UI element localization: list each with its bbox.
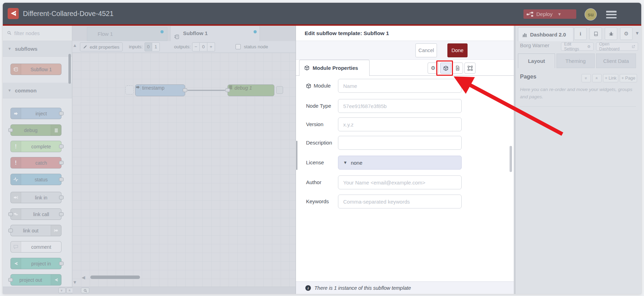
node-output-port[interactable] bbox=[59, 212, 64, 216]
cancel-button[interactable]: Cancel bbox=[415, 43, 437, 57]
version-field-row: Version bbox=[296, 117, 514, 131]
tab-module-properties[interactable]: Module Properties bbox=[299, 60, 370, 76]
deploy-button[interactable]: Deploy ▼ bbox=[523, 9, 576, 19]
node-output-port[interactable] bbox=[59, 178, 64, 181]
node-output-port[interactable] bbox=[59, 161, 64, 165]
palette-scrollbar[interactable] bbox=[68, 54, 71, 84]
gear-icon: ⚙ bbox=[624, 31, 628, 37]
palette-node-link-out[interactable]: link out bbox=[10, 225, 61, 236]
main-area: filter nodes ▼ subflows Subflow 1 ▼ comm… bbox=[3, 26, 641, 294]
search-icon bbox=[7, 30, 11, 36]
external-link-icon bbox=[631, 45, 635, 49]
chevron-down-icon: ▼ bbox=[8, 88, 11, 92]
keywords-field-row: Keywords bbox=[296, 195, 514, 208]
tab-theming[interactable]: Theming bbox=[556, 54, 595, 68]
palette-node-status[interactable]: status bbox=[10, 174, 61, 185]
info-tab-button[interactable]: i bbox=[574, 27, 587, 40]
edit-settings-button[interactable]: Edit Settings ⚙ bbox=[561, 42, 594, 51]
palette-node-inject[interactable]: inject bbox=[10, 108, 61, 119]
palette-node-catch[interactable]: ! catch bbox=[10, 157, 61, 168]
palette-category-subflows[interactable]: ▼ subflows bbox=[3, 41, 72, 57]
node-palette: filter nodes ▼ subflows Subflow 1 ▼ comm… bbox=[3, 26, 72, 294]
palette-category-common[interactable]: ▼ common bbox=[3, 83, 72, 98]
add-link-button[interactable]: + Link bbox=[603, 74, 618, 82]
palette-node-link-call[interactable]: link call bbox=[10, 208, 61, 220]
tab-layout[interactable]: Layout bbox=[518, 54, 555, 68]
inject-trigger-button[interactable] bbox=[125, 85, 134, 94]
palette-node-subflow-1[interactable]: Subflow 1 bbox=[10, 64, 61, 75]
dialog-resize-handle[interactable] bbox=[296, 141, 297, 170]
description-button[interactable] bbox=[452, 63, 463, 74]
node-input-port[interactable] bbox=[8, 128, 13, 132]
version-input[interactable] bbox=[338, 117, 462, 131]
outputs-decrease-button[interactable]: − bbox=[192, 42, 200, 51]
palette-node-debug[interactable]: debug bbox=[10, 124, 61, 136]
edit-subflow-dialog: Edit subflow template: Subflow 1 Cancel … bbox=[296, 26, 514, 294]
palette-node-complete[interactable]: ! complete bbox=[10, 141, 61, 152]
inputs-option-0[interactable]: 0 bbox=[145, 42, 152, 51]
canvas-search-button[interactable] bbox=[81, 288, 89, 293]
screen: Different-Collared-Dove-4521 Deploy ▼ su… bbox=[0, 0, 644, 296]
description-input[interactable] bbox=[338, 136, 462, 150]
collapse-all-button[interactable]: » bbox=[58, 288, 66, 293]
node-output-port[interactable] bbox=[59, 196, 64, 199]
node-input-port[interactable] bbox=[8, 212, 13, 216]
canvas-scroll-left-icon[interactable]: ◀ bbox=[82, 275, 85, 280]
palette-node-comment[interactable]: comment bbox=[10, 241, 61, 253]
node-output-port[interactable] bbox=[183, 88, 187, 92]
palette-scroll-up-icon[interactable]: ▲ bbox=[73, 43, 77, 48]
chevron-double-down-icon: « bbox=[594, 77, 599, 80]
outputs-increase-button[interactable]: + bbox=[207, 42, 215, 51]
app-logo-icon[interactable] bbox=[8, 8, 19, 19]
node-input-port[interactable] bbox=[225, 88, 230, 92]
node-output-port[interactable] bbox=[59, 112, 64, 115]
deploy-label: Deploy bbox=[536, 11, 553, 17]
appearance-button[interactable] bbox=[464, 63, 476, 74]
dialog-scrollbar[interactable] bbox=[510, 146, 512, 172]
palette-filter-input[interactable]: filter nodes bbox=[3, 26, 72, 41]
status-node-label: status node bbox=[244, 42, 268, 51]
palette-node-project-out[interactable]: project out bbox=[10, 274, 61, 286]
edit-properties-button[interactable]: edit properties bbox=[80, 42, 123, 51]
canvas-node-debug-1[interactable]: debug 1 bbox=[228, 84, 274, 96]
add-page-button[interactable]: + Page bbox=[620, 74, 637, 82]
help-tab-button[interactable] bbox=[589, 27, 602, 40]
inputs-option-1[interactable]: 1 bbox=[152, 42, 160, 51]
expand-pages-button[interactable]: « bbox=[592, 74, 602, 82]
deploy-caret-icon[interactable]: ▼ bbox=[558, 12, 562, 17]
collapse-pages-button[interactable]: » bbox=[581, 74, 591, 82]
flow-canvas-region: Flow 1 Subflow 1 edit properties inputs: bbox=[72, 26, 296, 294]
module-input[interactable] bbox=[338, 79, 462, 93]
author-input[interactable] bbox=[338, 175, 462, 189]
node-input-port[interactable] bbox=[8, 229, 13, 232]
sidebar-menu-caret-icon[interactable]: ▼ bbox=[635, 31, 639, 36]
node-type-input[interactable] bbox=[338, 99, 462, 113]
user-avatar[interactable]: su bbox=[585, 8, 597, 20]
license-select[interactable]: ▼ none bbox=[338, 156, 462, 170]
debug-enable-toggle[interactable] bbox=[276, 86, 283, 94]
open-dashboard-button[interactable]: Open Dashboard bbox=[596, 42, 638, 51]
node-input-port[interactable] bbox=[8, 278, 13, 282]
deploy-icon bbox=[527, 11, 534, 17]
module-field-row: Module bbox=[296, 79, 514, 93]
tab-subflow-1[interactable]: Subflow 1 bbox=[170, 26, 260, 41]
done-button[interactable]: Done bbox=[447, 43, 468, 57]
canvas-horizontal-scrollbar[interactable] bbox=[90, 276, 140, 279]
debug-tab-button[interactable] bbox=[605, 27, 617, 40]
main-menu-icon[interactable] bbox=[606, 11, 617, 18]
status-node-checkbox[interactable] bbox=[236, 44, 241, 49]
palette-scroll-down-icon[interactable]: ▼ bbox=[73, 280, 77, 285]
canvas-node-timestamp[interactable]: timestamp bbox=[135, 84, 185, 96]
node-output-port[interactable] bbox=[59, 145, 64, 148]
inputs-label: inputs: bbox=[129, 42, 143, 51]
palette-node-project-in[interactable]: project in bbox=[10, 258, 61, 269]
tab-dashboard-2[interactable]: Dashboard 2.0 bbox=[518, 27, 573, 41]
outputs-count-control: − 0 + bbox=[192, 42, 215, 51]
node-output-port[interactable] bbox=[59, 262, 64, 265]
tab-client-data[interactable]: Client Data bbox=[596, 54, 636, 68]
keywords-input[interactable] bbox=[338, 195, 462, 208]
config-nodes-button[interactable]: ⚙ bbox=[620, 27, 633, 40]
tab-flow-1[interactable]: Flow 1 bbox=[87, 27, 167, 41]
flow-canvas[interactable]: timestamp debug 1 bbox=[72, 53, 296, 287]
palette-node-link-in[interactable]: link in bbox=[10, 192, 61, 203]
